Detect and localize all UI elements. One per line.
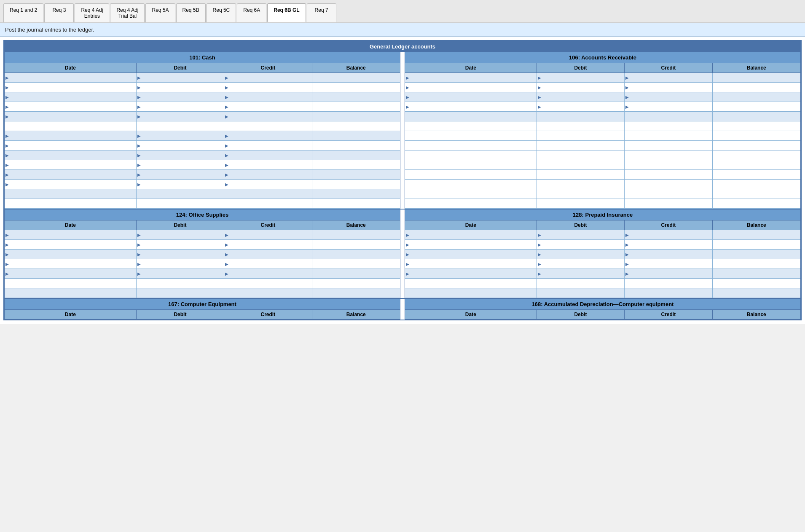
cash-r1-debit[interactable] <box>137 73 224 82</box>
cash-r10-credit[interactable] <box>224 160 312 169</box>
cash-r3-date[interactable] <box>5 92 137 102</box>
cash-r6-balance[interactable] <box>312 121 400 131</box>
cash-r14-date[interactable] <box>5 199 137 208</box>
cash-r2-debit[interactable] <box>137 83 224 92</box>
cash-r13-date[interactable] <box>5 189 137 199</box>
cash-r1-credit[interactable] <box>224 73 312 82</box>
tab-req7[interactable]: Req 7 <box>307 3 336 22</box>
tab-req6bgl[interactable]: Req 6B GL <box>267 3 306 22</box>
cash-r4-date[interactable] <box>5 102 137 111</box>
cash-r2-credit[interactable] <box>224 83 312 92</box>
supplies-r7-date[interactable] <box>5 288 137 298</box>
cash-r10-balance[interactable] <box>312 160 400 169</box>
supplies-r4-credit[interactable] <box>224 259 312 269</box>
cash-r2-balance[interactable] <box>312 83 400 92</box>
supplies-r3-credit[interactable] <box>224 250 312 259</box>
supplies-r6-debit[interactable] <box>137 279 224 288</box>
supplies-r6-credit[interactable] <box>224 279 312 288</box>
prepaid-r7-debit[interactable] <box>537 288 625 298</box>
ar-r5-balance[interactable] <box>713 112 800 121</box>
ar-r1-balance[interactable] <box>713 73 800 82</box>
supplies-r6-balance[interactable] <box>312 279 400 288</box>
cash-r14-debit[interactable] <box>137 199 224 208</box>
ar-r2-debit[interactable] <box>537 83 625 92</box>
supplies-r4-date[interactable] <box>5 259 137 269</box>
ar-r2-credit[interactable] <box>625 83 712 92</box>
supplies-r7-credit[interactable] <box>224 288 312 298</box>
supplies-r2-date[interactable] <box>5 240 137 249</box>
prepaid-r1-debit[interactable] <box>537 230 625 239</box>
cash-r5-debit[interactable] <box>137 112 224 121</box>
ar-r2-balance[interactable] <box>713 83 800 92</box>
supplies-r1-debit[interactable] <box>137 230 224 239</box>
prepaid-r2-date[interactable] <box>405 240 537 249</box>
supplies-r3-date[interactable] <box>5 250 137 259</box>
supplies-r5-balance[interactable] <box>312 269 400 278</box>
cash-r11-debit[interactable] <box>137 170 224 179</box>
ar-r5-date[interactable] <box>405 112 537 121</box>
cash-r1-balance[interactable] <box>312 73 400 82</box>
prepaid-r1-credit[interactable] <box>625 230 712 239</box>
supplies-r1-balance[interactable] <box>312 230 400 239</box>
cash-r10-debit[interactable] <box>137 160 224 169</box>
prepaid-r3-balance[interactable] <box>713 250 800 259</box>
ar-r3-credit[interactable] <box>625 92 712 102</box>
cash-r8-date[interactable] <box>5 141 137 150</box>
prepaid-r5-credit[interactable] <box>625 269 712 278</box>
prepaid-r4-debit[interactable] <box>537 259 625 269</box>
prepaid-r6-credit[interactable] <box>625 279 712 288</box>
cash-r7-date[interactable] <box>5 131 137 140</box>
cash-r3-credit[interactable] <box>224 92 312 102</box>
cash-r4-debit[interactable] <box>137 102 224 111</box>
cash-r7-debit[interactable] <box>137 131 224 140</box>
prepaid-r4-balance[interactable] <box>713 259 800 269</box>
supplies-r1-credit[interactable] <box>224 230 312 239</box>
prepaid-r3-date[interactable] <box>405 250 537 259</box>
cash-r9-debit[interactable] <box>137 150 224 160</box>
supplies-r5-date[interactable] <box>5 269 137 278</box>
tab-req4adj[interactable]: Req 4 AdjEntries <box>75 3 109 22</box>
cash-r4-credit[interactable] <box>224 102 312 111</box>
cash-r5-date[interactable] <box>5 112 137 121</box>
prepaid-r4-date[interactable] <box>405 259 537 269</box>
supplies-r5-debit[interactable] <box>137 269 224 278</box>
prepaid-r7-balance[interactable] <box>713 288 800 298</box>
cash-r13-credit[interactable] <box>224 189 312 199</box>
cash-r9-credit[interactable] <box>224 150 312 160</box>
cash-r11-date[interactable] <box>5 170 137 179</box>
prepaid-r1-balance[interactable] <box>713 230 800 239</box>
ar-r2-date[interactable] <box>405 83 537 92</box>
tab-req5c[interactable]: Req 5C <box>207 3 236 22</box>
prepaid-r6-date[interactable] <box>405 279 537 288</box>
supplies-r5-credit[interactable] <box>224 269 312 278</box>
cash-r12-credit[interactable] <box>224 180 312 189</box>
supplies-r2-debit[interactable] <box>137 240 224 249</box>
cash-r12-balance[interactable] <box>312 180 400 189</box>
cash-r13-debit[interactable] <box>137 189 224 199</box>
ar-r4-debit[interactable] <box>537 102 625 111</box>
prepaid-r5-date[interactable] <box>405 269 537 278</box>
prepaid-r2-credit[interactable] <box>625 240 712 249</box>
ar-r5-credit[interactable] <box>625 112 712 121</box>
tab-req4trial[interactable]: Req 4 AdjTrial Bal <box>110 3 145 22</box>
supplies-r4-balance[interactable] <box>312 259 400 269</box>
prepaid-r6-balance[interactable] <box>713 279 800 288</box>
supplies-r3-debit[interactable] <box>137 250 224 259</box>
cash-r7-credit[interactable] <box>224 131 312 140</box>
ar-r3-balance[interactable] <box>713 92 800 102</box>
ar-r5-debit[interactable] <box>537 112 625 121</box>
tab-req3[interactable]: Req 3 <box>44 3 74 22</box>
ar-r1-debit[interactable] <box>537 73 625 82</box>
cash-r12-date[interactable] <box>5 180 137 189</box>
cash-r1-date[interactable] <box>5 73 137 82</box>
tab-req6a[interactable]: Req 6A <box>237 3 266 22</box>
cash-r5-credit[interactable] <box>224 112 312 121</box>
cash-r11-balance[interactable] <box>312 170 400 179</box>
cash-r8-balance[interactable] <box>312 141 400 150</box>
cash-r4-balance[interactable] <box>312 102 400 111</box>
prepaid-r5-balance[interactable] <box>713 269 800 278</box>
prepaid-r7-date[interactable] <box>405 288 537 298</box>
prepaid-r1-date[interactable] <box>405 230 537 239</box>
cash-r14-balance[interactable] <box>312 199 400 208</box>
prepaid-r3-credit[interactable] <box>625 250 712 259</box>
